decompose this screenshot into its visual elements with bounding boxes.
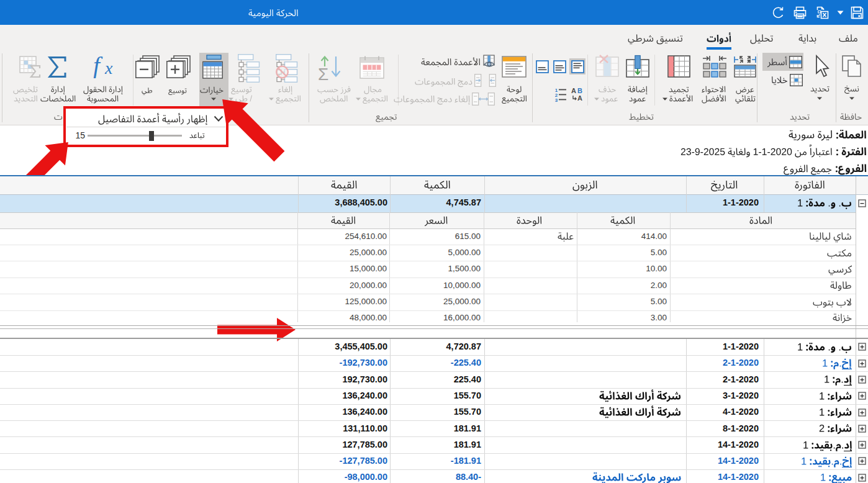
svg-text:B: B xyxy=(577,87,582,94)
svg-text:f: f xyxy=(93,55,103,78)
svg-text:A: A xyxy=(571,87,576,94)
svg-text:3: 3 xyxy=(555,97,558,102)
svg-text:A: A xyxy=(577,94,582,102)
svg-text:x: x xyxy=(104,58,113,78)
svg-text:Σ: Σ xyxy=(318,65,328,81)
